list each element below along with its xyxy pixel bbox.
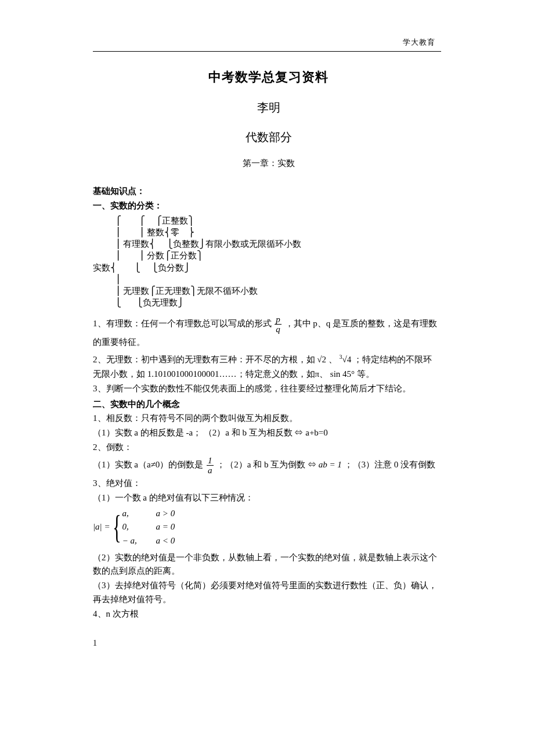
text: 2、无理数：初中遇到的无理数有三种：开不尽的方根，如 [93, 355, 315, 364]
abs-lhs: |a| = [93, 520, 110, 534]
numerator: p [275, 315, 282, 325]
classification-tree: ⎧ ⎧ ⎧正整数⎫ ⎪ ⎪ 整数⎨零 ⎬ ⎪ 有理数⎨ ⎩负整数⎭有限小数或无限… [93, 215, 444, 309]
equation-ab1: ab = 1 [319, 460, 342, 469]
denominator: a [207, 466, 214, 476]
doc-chapter: 第一章：实数 [93, 158, 444, 169]
concept-abs: 3、绝对值： [93, 477, 444, 490]
header-rule [93, 51, 441, 52]
text: ；（2）a 和 b 互为倒数 ⇔ [217, 460, 318, 469]
para-rational-cont: 的重要特征。 [93, 336, 444, 349]
fraction-p-over-q: p q [275, 315, 282, 334]
text: ，其中 p、q 是互质的整数，这是有理数 [285, 319, 438, 328]
case-cond: a > 0 [156, 509, 175, 518]
case-val: − a, [122, 534, 156, 548]
cbrt-4: 3√4 [339, 355, 351, 364]
case-cond: a = 0 [156, 522, 175, 531]
concept-abs-2: （2）实数的绝对值是一个非负数，从数轴上看，一个实数的绝对值，就是数轴上表示这个… [93, 551, 444, 578]
doc-title: 中考数学总复习资料 [93, 69, 444, 86]
concept-opposite: 1、相反数：只有符号不同的两个数叫做互为相反数。 [93, 412, 444, 425]
heading-one: 一、实数的分类： [93, 199, 444, 212]
para-rational: 1、有理数：任何一个有理数总可以写成的形式 p q ，其中 p、q 是互质的整数… [93, 315, 444, 334]
denominator: q [275, 325, 282, 334]
abs-cases: a,a > 0 0,a = 0 − a,a < 0 [122, 507, 175, 548]
case-val: a, [122, 507, 156, 520]
concept-reciprocal-sub: （1）实数 a（a≠0）的倒数是 1 a ；（2）a 和 b 互为倒数 ⇔ ab… [93, 456, 444, 476]
text: 无限小数，如 1.101001000100001……；特定意义的数，如π、 [93, 369, 328, 379]
left-brace-icon: { [113, 511, 121, 543]
para-irrational-cont: 无限小数，如 1.101001000100001……；特定意义的数，如π、 si… [93, 368, 444, 381]
concept-abs-3: （3）去掉绝对值符号（化简）必须要对绝对值符号里面的实数进行数性（正、负）确认，… [93, 579, 444, 606]
numerator: 1 [207, 456, 214, 466]
doc-author: 李明 [93, 100, 444, 116]
para-judge: 3、判断一个实数的数性不能仅凭表面上的感觉，往往要经过整理化简后才下结论。 [93, 382, 444, 395]
fraction-1-over-a: 1 a [207, 456, 214, 476]
case-cond: a < 0 [156, 536, 175, 545]
sqrt-2: √2 [317, 355, 326, 364]
para-irrational: 2、无理数：初中遇到的无理数有三种：开不尽的方根，如 √2 、 3√4 ；特定结… [93, 352, 444, 366]
text: ；特定结构的不限环 [353, 355, 432, 364]
brand-header: 学大教育 [403, 37, 435, 48]
text: 1、有理数：任何一个有理数总可以写成的形式 [93, 319, 272, 328]
doc-section: 代数部分 [93, 129, 444, 145]
case-val: 0, [122, 520, 156, 534]
text: （1）实数 a（a≠0）的倒数是 [93, 460, 203, 469]
abs-definition: |a| = { a,a > 0 0,a = 0 − a,a < 0 [93, 507, 444, 548]
concept-opposite-sub: （1）实数 a 的相反数是 -a； （2）a 和 b 互为相反数 ⇔ a+b=0 [93, 426, 444, 440]
heading-two: 二、实数中的几个概念 [93, 397, 444, 411]
text: ；（3）注意 0 没有倒数 [344, 460, 436, 469]
page-number: 1 [93, 637, 444, 650]
body: 基础知识点： 一、实数的分类： ⎧ ⎧ ⎧正整数⎫ ⎪ ⎪ 整数⎨零 ⎬ ⎪ 有… [93, 184, 444, 650]
concept-root: 4、n 次方根 [93, 607, 444, 621]
concept-abs-1: （1）一个数 a 的绝对值有以下三种情况： [93, 491, 444, 505]
text: 等。 [357, 369, 374, 379]
text: 、 [329, 355, 337, 364]
document-page: 学大教育 中考数学总复习资料 李明 代数部分 第一章：实数 基础知识点： 一、实… [0, 0, 534, 673]
sin45: sin 45° [330, 369, 355, 379]
root-body: √4 [342, 355, 351, 364]
heading-basic: 基础知识点： [93, 184, 444, 197]
concept-reciprocal: 2、倒数： [93, 441, 444, 454]
